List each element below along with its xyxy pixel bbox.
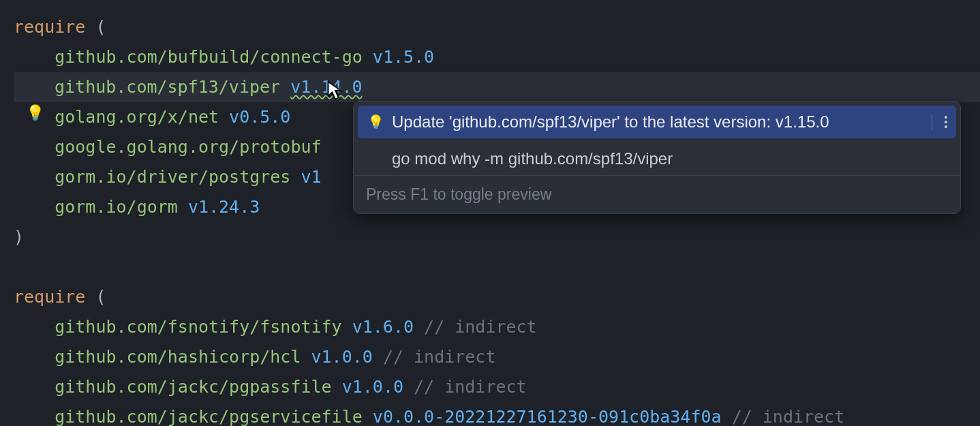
package-path: github.com/jackc/pgpassfile: [55, 377, 331, 397]
keyword-require: require: [14, 17, 85, 37]
code-line-highlighted[interactable]: 💡github.com/spf13/viper v1.14.0: [14, 72, 980, 102]
package-version: v1.5.0: [373, 47, 434, 67]
code-line[interactable]: ): [14, 222, 980, 252]
code-line[interactable]: require (: [14, 12, 980, 42]
package-version: v1.0.0: [342, 377, 403, 397]
package-path: gorm.io/gorm: [55, 197, 178, 217]
close-paren: ): [14, 227, 24, 247]
package-path: github.com/bufbuild/connect-go: [55, 47, 363, 67]
package-path: github.com/hashicorp/hcl: [55, 347, 301, 367]
code-line[interactable]: github.com/jackc/pgpassfile v1.0.0 // in…: [14, 372, 980, 402]
package-path: golang.org/x/net: [55, 107, 219, 127]
comment-indirect: // indirect: [383, 347, 496, 367]
intention-action-update[interactable]: 💡 Update 'github.com/spf13/viper' to the…: [358, 106, 956, 138]
code-line[interactable]: github.com/hashicorp/hcl v1.0.0 // indir…: [14, 342, 980, 372]
package-version: v1: [301, 167, 321, 187]
package-path: github.com/fsnotify/fsnotify: [55, 317, 341, 337]
comment-indirect: // indirect: [414, 377, 527, 397]
intention-actions-popup: 💡 Update 'github.com/spf13/viper' to the…: [353, 101, 961, 214]
package-path: google.golang.org/protobuf: [55, 137, 321, 157]
popup-hint: Press F1 to toggle preview: [354, 175, 960, 213]
intention-label: go mod why -m github.com/spf13/viper: [392, 149, 949, 168]
code-line-empty[interactable]: [14, 252, 980, 282]
intention-label: Update 'github.com/spf13/viper' to the l…: [392, 112, 923, 132]
package-path: github.com/spf13/viper: [55, 77, 280, 97]
package-version: v0.5.0: [229, 107, 290, 127]
comment-indirect: // indirect: [424, 317, 537, 337]
package-version: v1.24.3: [188, 197, 260, 217]
package-path: gorm.io/driver/postgres: [55, 167, 290, 187]
open-paren: (: [85, 17, 106, 37]
lightbulb-icon: 💡: [366, 114, 385, 130]
package-version-warning: v1.14.0: [290, 77, 362, 97]
more-options-icon[interactable]: [932, 114, 948, 130]
package-version: v0.0.0-20221227161230-091c0ba34f0a: [373, 407, 722, 426]
package-version: v1.0.0: [311, 347, 373, 367]
code-line[interactable]: github.com/fsnotify/fsnotify v1.6.0 // i…: [14, 312, 980, 342]
code-line[interactable]: github.com/bufbuild/connect-go v1.5.0: [14, 42, 980, 72]
comment-indirect: // indirect: [732, 407, 845, 426]
keyword-require: require: [14, 287, 85, 307]
code-line[interactable]: require (: [14, 282, 980, 312]
package-version: v1.6.0: [352, 317, 414, 337]
code-line[interactable]: github.com/jackc/pgservicefile v0.0.0-20…: [14, 402, 980, 426]
open-paren: (: [85, 287, 106, 307]
intention-action-go-mod-why[interactable]: go mod why -m github.com/spf13/viper: [354, 142, 960, 175]
package-path: github.com/jackc/pgservicefile: [55, 407, 363, 426]
